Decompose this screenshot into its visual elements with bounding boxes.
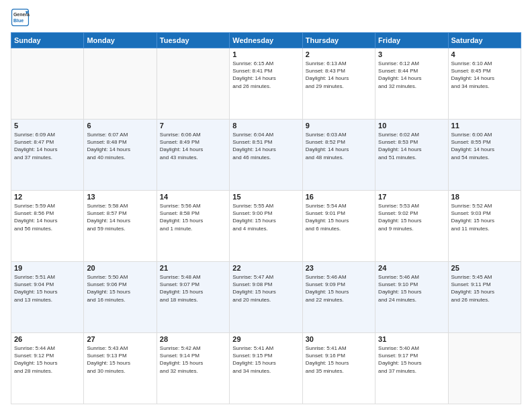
day-info: Sunrise: 6:12 AM Sunset: 8:44 PM Dayligh…: [378, 60, 445, 90]
day-info: Sunrise: 5:52 AM Sunset: 9:03 PM Dayligh…: [451, 202, 518, 232]
calendar-cell: 5Sunrise: 6:09 AM Sunset: 8:47 PM Daylig…: [11, 120, 84, 191]
logo: General Blue: [11, 8, 30, 27]
day-info: Sunrise: 5:41 AM Sunset: 9:15 PM Dayligh…: [232, 345, 299, 375]
day-number: 21: [160, 264, 226, 272]
calendar-header-friday: Friday: [375, 33, 448, 48]
svg-text:Blue: Blue: [13, 18, 24, 23]
calendar-cell: 18Sunrise: 5:52 AM Sunset: 9:03 PM Dayli…: [448, 191, 521, 262]
day-number: 15: [232, 193, 299, 201]
calendar-cell: 21Sunrise: 5:48 AM Sunset: 9:07 PM Dayli…: [157, 262, 229, 333]
calendar-cell: 16Sunrise: 5:54 AM Sunset: 9:01 PM Dayli…: [302, 191, 375, 262]
calendar-cell: 11Sunrise: 6:00 AM Sunset: 8:55 PM Dayli…: [448, 120, 521, 191]
day-info: Sunrise: 6:04 AM Sunset: 8:51 PM Dayligh…: [232, 131, 299, 161]
day-number: 1: [232, 50, 299, 58]
day-info: Sunrise: 5:47 AM Sunset: 9:08 PM Dayligh…: [232, 273, 299, 304]
day-number: 29: [232, 335, 299, 343]
day-number: 13: [87, 193, 153, 201]
day-number: 16: [306, 193, 372, 201]
calendar-cell: 29Sunrise: 5:41 AM Sunset: 9:15 PM Dayli…: [230, 333, 302, 404]
day-number: 20: [87, 264, 153, 272]
calendar-cell: 22Sunrise: 5:47 AM Sunset: 9:08 PM Dayli…: [230, 262, 302, 333]
day-number: 30: [306, 335, 372, 343]
calendar-cell: [11, 48, 84, 120]
day-info: Sunrise: 5:55 AM Sunset: 9:00 PM Dayligh…: [232, 202, 299, 232]
calendar-week-5: 26Sunrise: 5:44 AM Sunset: 9:12 PM Dayli…: [11, 333, 521, 404]
calendar-cell: 2Sunrise: 6:13 AM Sunset: 8:43 PM Daylig…: [302, 48, 375, 120]
calendar-cell: 25Sunrise: 5:45 AM Sunset: 9:11 PM Dayli…: [448, 262, 521, 333]
calendar-header-row: SundayMondayTuesdayWednesdayThursdayFrid…: [11, 33, 521, 48]
calendar-cell: 27Sunrise: 5:43 AM Sunset: 9:13 PM Dayli…: [84, 333, 157, 404]
day-number: 10: [378, 122, 445, 130]
calendar-cell: 8Sunrise: 6:04 AM Sunset: 8:51 PM Daylig…: [230, 120, 302, 191]
calendar-cell: 26Sunrise: 5:44 AM Sunset: 9:12 PM Dayli…: [11, 333, 84, 404]
calendar-header-monday: Monday: [84, 33, 157, 48]
calendar-cell: 13Sunrise: 5:58 AM Sunset: 8:57 PM Dayli…: [84, 191, 157, 262]
day-info: Sunrise: 5:41 AM Sunset: 9:16 PM Dayligh…: [306, 345, 372, 375]
day-info: Sunrise: 6:07 AM Sunset: 8:48 PM Dayligh…: [87, 131, 153, 161]
day-number: 27: [87, 335, 153, 343]
page: General Blue SundayMondayTuesdayWednesda…: [0, 0, 532, 411]
day-info: Sunrise: 5:58 AM Sunset: 8:57 PM Dayligh…: [87, 202, 153, 232]
calendar-header-sunday: Sunday: [11, 33, 84, 48]
day-info: Sunrise: 5:42 AM Sunset: 9:14 PM Dayligh…: [160, 345, 226, 375]
day-info: Sunrise: 5:45 AM Sunset: 9:11 PM Dayligh…: [451, 273, 518, 304]
day-info: Sunrise: 5:46 AM Sunset: 9:10 PM Dayligh…: [378, 273, 445, 304]
calendar-cell: [84, 48, 157, 120]
day-number: 5: [14, 122, 81, 130]
calendar-week-1: 1Sunrise: 6:15 AM Sunset: 8:41 PM Daylig…: [11, 48, 521, 120]
day-number: 12: [14, 193, 81, 201]
calendar-cell: 24Sunrise: 5:46 AM Sunset: 9:10 PM Dayli…: [375, 262, 448, 333]
calendar-cell: 1Sunrise: 6:15 AM Sunset: 8:41 PM Daylig…: [230, 48, 302, 120]
calendar-cell: [448, 333, 521, 404]
day-info: Sunrise: 6:03 AM Sunset: 8:52 PM Dayligh…: [306, 131, 372, 161]
day-info: Sunrise: 5:44 AM Sunset: 9:12 PM Dayligh…: [14, 345, 81, 375]
day-info: Sunrise: 6:09 AM Sunset: 8:47 PM Dayligh…: [14, 131, 81, 161]
day-number: 4: [451, 50, 518, 58]
calendar-cell: 6Sunrise: 6:07 AM Sunset: 8:48 PM Daylig…: [84, 120, 157, 191]
calendar-cell: 7Sunrise: 6:06 AM Sunset: 8:49 PM Daylig…: [157, 120, 229, 191]
day-number: 23: [306, 264, 372, 272]
day-info: Sunrise: 5:48 AM Sunset: 9:07 PM Dayligh…: [160, 273, 226, 304]
header: General Blue: [11, 8, 521, 27]
day-info: Sunrise: 6:15 AM Sunset: 8:41 PM Dayligh…: [232, 60, 299, 90]
calendar-cell: 19Sunrise: 5:51 AM Sunset: 9:04 PM Dayli…: [11, 262, 84, 333]
calendar-cell: 23Sunrise: 5:46 AM Sunset: 9:09 PM Dayli…: [302, 262, 375, 333]
day-number: 7: [160, 122, 226, 130]
day-info: Sunrise: 6:02 AM Sunset: 8:53 PM Dayligh…: [378, 131, 445, 161]
day-number: 26: [14, 335, 81, 343]
calendar-cell: 28Sunrise: 5:42 AM Sunset: 9:14 PM Dayli…: [157, 333, 229, 404]
calendar-header-thursday: Thursday: [302, 33, 375, 48]
day-info: Sunrise: 6:13 AM Sunset: 8:43 PM Dayligh…: [306, 60, 372, 90]
day-info: Sunrise: 5:50 AM Sunset: 9:06 PM Dayligh…: [87, 273, 153, 304]
calendar-cell: 14Sunrise: 5:56 AM Sunset: 8:58 PM Dayli…: [157, 191, 229, 262]
day-number: 3: [378, 50, 445, 58]
day-number: 31: [378, 335, 445, 343]
calendar-header-saturday: Saturday: [448, 33, 521, 48]
day-info: Sunrise: 6:00 AM Sunset: 8:55 PM Dayligh…: [451, 131, 518, 161]
day-info: Sunrise: 5:56 AM Sunset: 8:58 PM Dayligh…: [160, 202, 226, 232]
calendar-cell: [157, 48, 229, 120]
day-number: 11: [451, 122, 518, 130]
day-number: 18: [451, 193, 518, 201]
day-info: Sunrise: 5:40 AM Sunset: 9:17 PM Dayligh…: [378, 345, 445, 375]
calendar-table: SundayMondayTuesdayWednesdayThursdayFrid…: [11, 32, 521, 404]
day-number: 24: [378, 264, 445, 272]
day-number: 19: [14, 264, 81, 272]
day-number: 14: [160, 193, 226, 201]
calendar-cell: 17Sunrise: 5:53 AM Sunset: 9:02 PM Dayli…: [375, 191, 448, 262]
day-info: Sunrise: 5:46 AM Sunset: 9:09 PM Dayligh…: [306, 273, 372, 304]
day-number: 8: [232, 122, 299, 130]
day-number: 17: [378, 193, 445, 201]
day-info: Sunrise: 5:59 AM Sunset: 8:56 PM Dayligh…: [14, 202, 81, 232]
calendar-cell: 10Sunrise: 6:02 AM Sunset: 8:53 PM Dayli…: [375, 120, 448, 191]
day-number: 6: [87, 122, 153, 130]
day-number: 22: [232, 264, 299, 272]
calendar-header-wednesday: Wednesday: [230, 33, 302, 48]
day-number: 9: [306, 122, 372, 130]
day-number: 25: [451, 264, 518, 272]
calendar-week-3: 12Sunrise: 5:59 AM Sunset: 8:56 PM Dayli…: [11, 191, 521, 262]
day-info: Sunrise: 5:54 AM Sunset: 9:01 PM Dayligh…: [306, 202, 372, 232]
calendar-header-tuesday: Tuesday: [157, 33, 229, 48]
day-info: Sunrise: 5:51 AM Sunset: 9:04 PM Dayligh…: [14, 273, 81, 304]
calendar-cell: 4Sunrise: 6:10 AM Sunset: 8:45 PM Daylig…: [448, 48, 521, 120]
